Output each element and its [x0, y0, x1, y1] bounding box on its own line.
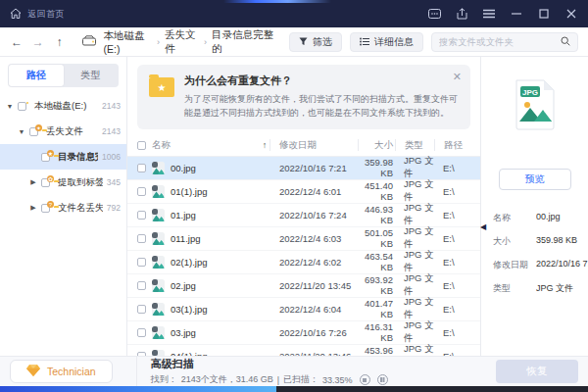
file-type: JPG 文件	[395, 319, 434, 345]
search-icon	[561, 36, 570, 48]
table-row[interactable]: 04(1).jpg 2022/11/20 13:46 453.96 KB JPG…	[127, 345, 480, 356]
file-date: 2022/10/16 7:24	[270, 210, 358, 220]
detail-row: 名称 00.jpg	[493, 212, 588, 224]
file-type: JPG 文件	[395, 296, 434, 321]
preview-panel: ◀ JPG 预览 名称 00.jpg 大小	[480, 57, 588, 356]
nav-up-button[interactable]: ↑	[53, 35, 67, 49]
scanned-percent: 33.35%	[322, 375, 353, 385]
file-path: E:\	[434, 257, 473, 268]
file-date: 2022/11/20 13:45	[270, 280, 358, 291]
detail-view-button[interactable]: 详细信息	[350, 32, 423, 52]
feedback-icon[interactable]	[427, 7, 441, 21]
row-checkbox[interactable]	[137, 258, 146, 267]
table-row[interactable]: 01.jpg 2022/10/16 7:24 446.93 KB JPG 文件 …	[127, 204, 480, 227]
table-row[interactable]: 01(1).jpg 2022/12/4 6:01 451.40 KB JPG 文…	[127, 180, 480, 204]
column-name[interactable]: 名称	[152, 139, 171, 152]
tree-item[interactable]: ▶ ? 文件名丢失的 792	[0, 195, 126, 220]
row-checkbox[interactable]	[137, 328, 146, 337]
table-row[interactable]: 011.jpg 2022/12/4 6:03 501.05 KB JPG 文件 …	[127, 227, 480, 251]
recover-button[interactable]: 恢复	[496, 360, 578, 383]
tree-item-label: 丢失文件	[46, 125, 98, 138]
list-view-icon	[360, 37, 369, 46]
breadcrumb-item[interactable]: 丢失文件	[165, 28, 199, 56]
drive-icon	[82, 35, 96, 48]
tree-item[interactable]: ▼ ✦ 丢失文件 2143	[0, 119, 126, 144]
expander-icon[interactable]: ▶	[29, 204, 37, 212]
search-input[interactable]	[439, 36, 556, 47]
column-date[interactable]: 修改日期	[270, 139, 358, 151]
file-path: E:\	[434, 233, 473, 244]
back-home-label: 返回首页	[27, 8, 65, 21]
file-type: JPG 文件	[395, 155, 434, 180]
file-size: 501.05 KB	[358, 227, 395, 249]
panel-collapse-icon[interactable]: ◀	[480, 220, 487, 234]
filter-button[interactable]: 筛选	[289, 32, 342, 52]
file-date: 2022/10/16 7:21	[270, 163, 358, 173]
file-path: E:\	[434, 327, 473, 338]
file-type: JPG 文件	[395, 178, 434, 204]
table-row[interactable]: 00.jpg 2022/10/16 7:21 359.98 KB JPG 文件 …	[127, 157, 480, 180]
table-row[interactable]: 02(1).jpg 2022/12/4 6:02 463.54 KB JPG 文…	[127, 251, 480, 274]
file-path: E:\	[434, 210, 473, 220]
nav-forward-button[interactable]: →	[31, 35, 45, 49]
sidebar-tab[interactable]: 类型	[64, 65, 119, 86]
column-path[interactable]: 路径	[434, 139, 473, 151]
expander-icon[interactable]: ▼	[6, 103, 14, 110]
breadcrumb-item[interactable]: 目录信息完整的	[212, 28, 273, 56]
breadcrumb-item[interactable]: 本地磁盘(E:)	[104, 29, 152, 55]
preview-button[interactable]: 预览	[499, 169, 571, 190]
tree-item-count: 2143	[102, 101, 121, 111]
column-size[interactable]: 大小	[358, 139, 395, 151]
file-name: 00.jpg	[171, 163, 196, 173]
technician-label: Technician	[47, 366, 96, 377]
table-row[interactable]: 03.jpg 2022/10/16 7:26 416.31 KB JPG 文件 …	[127, 321, 480, 345]
technician-button[interactable]: Technician	[10, 360, 113, 383]
file-name: 02(1).jpg	[171, 257, 208, 268]
image-file-icon	[152, 279, 165, 292]
file-type: JPG 文件	[395, 343, 434, 356]
image-file-icon	[152, 185, 165, 198]
nav-back-button[interactable]: ←	[10, 35, 24, 49]
tree-item[interactable]: ▶ ✿ 提取到标签的 345	[0, 170, 126, 195]
tree-checkbox[interactable]	[18, 102, 26, 111]
row-checkbox[interactable]	[137, 211, 146, 220]
row-checkbox[interactable]	[137, 305, 146, 314]
image-file-icon	[152, 326, 165, 339]
pause-scan-button[interactable]	[377, 374, 388, 385]
folder-star-icon: ★	[149, 77, 174, 97]
minimize-button[interactable]	[510, 7, 523, 21]
image-file-icon	[152, 256, 165, 269]
select-all-checkbox[interactable]	[137, 141, 146, 150]
found-value: 2143个文件，31.46 GB	[181, 373, 273, 386]
close-button[interactable]	[564, 7, 578, 21]
table-row[interactable]: 02.jpg 2022/11/20 13:45 693.92 KB JPG 文件…	[127, 274, 480, 298]
tree-item-label: 文件名丢失的	[58, 202, 103, 215]
file-size: 463.54 KB	[358, 251, 395, 272]
file-name: 03.jpg	[171, 327, 196, 338]
tree-item[interactable]: ★ 目录信息完整的 1006	[0, 144, 126, 170]
notice-close-icon[interactable]: ✕	[453, 72, 462, 82]
table-row[interactable]: 03(1).jpg 2022/12/4 6:04 401.47 KB JPG 文…	[127, 298, 480, 321]
sort-ascending-icon[interactable]: ↑	[260, 140, 270, 150]
back-home-button[interactable]: 返回首页	[10, 8, 65, 21]
tree-item-count: 345	[107, 177, 121, 187]
file-size: 453.96 KB	[358, 345, 395, 356]
menu-icon[interactable]	[482, 7, 496, 21]
share-icon[interactable]	[455, 7, 468, 21]
stop-scan-button[interactable]	[360, 374, 370, 385]
row-checkbox[interactable]	[137, 234, 146, 243]
sidebar-tab[interactable]: 路径	[9, 65, 64, 86]
file-date: 2022/10/16 7:26	[270, 327, 358, 338]
column-type[interactable]: 类型	[395, 139, 434, 151]
search-box[interactable]	[431, 32, 578, 52]
row-checkbox[interactable]	[137, 164, 146, 172]
duplicate-notice-card: ★ 为什么会有重复文件？ 为了尽可能恢复所有的文件，我们尝试了不同的扫描方式。重…	[137, 65, 470, 129]
file-date: 2022/12/4 6:01	[270, 186, 358, 197]
maximize-button[interactable]	[537, 7, 551, 21]
row-checkbox[interactable]	[137, 281, 146, 290]
file-type: JPG 文件	[395, 272, 434, 298]
tree-item[interactable]: ▼ 本地磁盘(E:) 2143	[0, 93, 126, 119]
expander-icon[interactable]: ▶	[29, 178, 37, 186]
row-checkbox[interactable]	[137, 187, 146, 196]
expander-icon[interactable]: ▼	[18, 128, 25, 135]
